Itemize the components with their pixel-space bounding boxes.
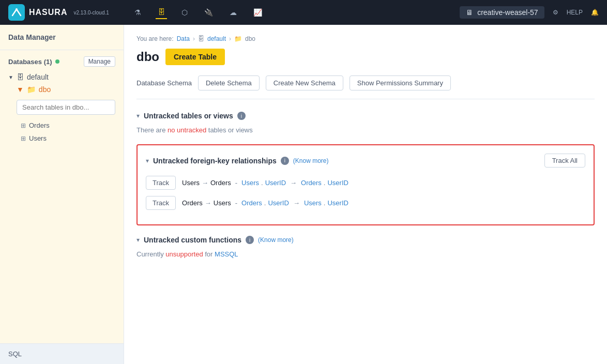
tables-container: ⊞ Orders ⊞ Users	[8, 96, 115, 145]
rel-desc-users-orders: Users → Orders - Users . UserID → Orders…	[182, 179, 348, 187]
table-name-orders: Orders	[29, 122, 50, 129]
relationship-row: Track Orders → Users - Orders . UserID →…	[146, 196, 585, 210]
table-name-users: Users	[29, 134, 47, 142]
breadcrumb-dbo-icon: 📁	[234, 35, 242, 42]
nav-plug[interactable]: 🔌	[202, 6, 215, 19]
nav-icons: ⚗ 🗄 ⬡ 🔌 ☁ 📈	[132, 6, 460, 19]
sidebar-title: Data Manager	[0, 25, 124, 50]
fk-info-icon[interactable]: i	[281, 157, 289, 165]
track-users-orders-button[interactable]: Track	[146, 176, 176, 190]
page-title: dbo	[136, 50, 159, 64]
create-new-schema-button[interactable]: Create New Schema	[266, 75, 343, 90]
schema-folder-icon: 📁	[27, 85, 36, 94]
untracked-tables-info-icon[interactable]: i	[237, 112, 246, 120]
custom-functions-header: ▾ Untracked custom functions i (Know mor…	[136, 236, 595, 244]
track-orders-users-button[interactable]: Track	[146, 196, 176, 210]
relationship-row: Track Users → Orders - Users . UserID → …	[146, 176, 585, 190]
nav-cloud[interactable]: ☁	[227, 6, 239, 19]
notifications-icon[interactable]: 🔔	[591, 9, 599, 16]
sidebar-sql-item[interactable]: SQL	[0, 343, 124, 364]
table-icon-users: ⊞	[21, 135, 26, 142]
svg-point-1	[16, 8, 18, 10]
logo-text: HASURA	[29, 8, 67, 17]
expand-arrow-icon: ▼	[8, 74, 13, 80]
hasura-logo-icon	[8, 4, 25, 21]
schema-label: Database Schema	[136, 79, 192, 87]
breadcrumb-db-icon: 🗄	[198, 35, 204, 42]
databases-label: Databases (1)	[8, 58, 59, 66]
project-icon: 🖥	[466, 8, 473, 17]
untracked-tables-section: ▾ Untracked tables or views i There are …	[136, 112, 595, 134]
project-name: creative-weasel-57	[477, 8, 538, 17]
breadcrumb-dbo: dbo	[245, 35, 255, 42]
schema-expand-arrow-icon: ▼	[17, 85, 24, 94]
settings-icon[interactable]: ⚙	[553, 9, 558, 16]
sidebar-section: Databases (1) Manage ▼ 🗄 default ▼ 📁 dbo	[0, 50, 124, 343]
custom-fn-info-icon[interactable]: i	[246, 236, 254, 244]
version-badge: v2.13.0-cloud.1	[73, 10, 109, 16]
schema-actions: Database Schema Delete Schema Create New…	[136, 75, 595, 99]
custom-fn-collapse-icon[interactable]: ▾	[136, 236, 140, 244]
page-title-row: dbo Create Table	[136, 49, 595, 65]
db-tree: ▼ 🗄 default ▼ 📁 dbo ⊞ Orders ⊞	[8, 71, 115, 145]
custom-functions-section: ▾ Untracked custom functions i (Know mor…	[136, 236, 595, 258]
db-icon: 🗄	[17, 73, 24, 81]
nav-flask[interactable]: ⚗	[132, 6, 143, 19]
untracked-tables-header: ▾ Untracked tables or views i	[136, 112, 595, 120]
fk-know-more-link[interactable]: (Know more)	[293, 157, 329, 164]
connected-indicator	[55, 59, 59, 64]
unsupported-text: Currently unsupported for MSSQL	[136, 250, 595, 258]
table-icon: ⊞	[21, 122, 26, 129]
svg-rect-0	[8, 4, 25, 21]
logo-area: HASURA v2.13.0-cloud.1	[8, 4, 132, 21]
databases-header: Databases (1) Manage	[8, 56, 115, 67]
create-table-button[interactable]: Create Table	[165, 49, 225, 65]
breadcrumb-data[interactable]: Data	[177, 35, 190, 42]
fk-title: Untracked foreign-key relationships	[153, 157, 277, 165]
breadcrumb-prefix: You are here:	[136, 35, 174, 42]
custom-fn-title: Untracked custom functions	[144, 236, 241, 244]
show-permissions-button[interactable]: Show Permissions Summary	[350, 75, 451, 90]
sidebar-item-dbo[interactable]: ▼ 📁 dbo	[8, 83, 115, 96]
sidebar-item-default[interactable]: ▼ 🗄 default	[8, 71, 115, 83]
fk-header: ▾ Untracked foreign-key relationships i …	[146, 154, 585, 168]
fk-collapse-icon[interactable]: ▾	[146, 157, 149, 164]
manage-button[interactable]: Manage	[84, 56, 115, 67]
nav-right: 🖥 creative-weasel-57 ⚙ HELP 🔔	[460, 6, 599, 19]
untracked-fk-section: ▾ Untracked foreign-key relationships i …	[136, 144, 595, 225]
top-nav: HASURA v2.13.0-cloud.1 ⚗ 🗄 ⬡ 🔌 ☁ 📈 🖥 cre…	[0, 0, 607, 25]
delete-schema-button[interactable]: Delete Schema	[198, 75, 260, 90]
search-tables-input[interactable]	[17, 100, 115, 115]
custom-fn-know-more-link[interactable]: (Know more)	[258, 236, 294, 244]
help-label[interactable]: HELP	[567, 9, 583, 16]
track-all-button[interactable]: Track All	[544, 154, 585, 168]
nav-chart[interactable]: 📈	[251, 6, 264, 19]
db-name: default	[27, 73, 49, 81]
main-layout: Data Manager Databases (1) Manage ▼ 🗄 de…	[0, 25, 607, 364]
untracked-tables-title: Untracked tables or views	[144, 112, 233, 120]
sidebar-item-users[interactable]: ⊞ Users	[17, 132, 115, 145]
schema-name: dbo	[39, 85, 51, 94]
no-untracked-text: There are no untracked tables or views	[136, 126, 595, 134]
nav-database[interactable]: 🗄	[156, 6, 167, 19]
sidebar-item-orders[interactable]: ⊞ Orders	[17, 119, 115, 132]
untracked-tables-collapse-icon[interactable]: ▾	[136, 112, 140, 119]
rel-desc-orders-users: Orders → Users - Orders . UserID → Users…	[182, 199, 348, 207]
sidebar: Data Manager Databases (1) Manage ▼ 🗄 de…	[0, 25, 124, 364]
mssql-link[interactable]: MSSQL	[215, 250, 238, 258]
breadcrumb-default[interactable]: default	[207, 35, 226, 42]
nav-graph[interactable]: ⬡	[179, 6, 190, 19]
breadcrumb: You are here: Data › 🗄 default › 📁 dbo	[136, 35, 595, 42]
project-selector[interactable]: 🖥 creative-weasel-57	[460, 6, 544, 19]
sql-label: SQL	[8, 350, 22, 358]
main-content: You are here: Data › 🗄 default › 📁 dbo d…	[124, 25, 607, 364]
